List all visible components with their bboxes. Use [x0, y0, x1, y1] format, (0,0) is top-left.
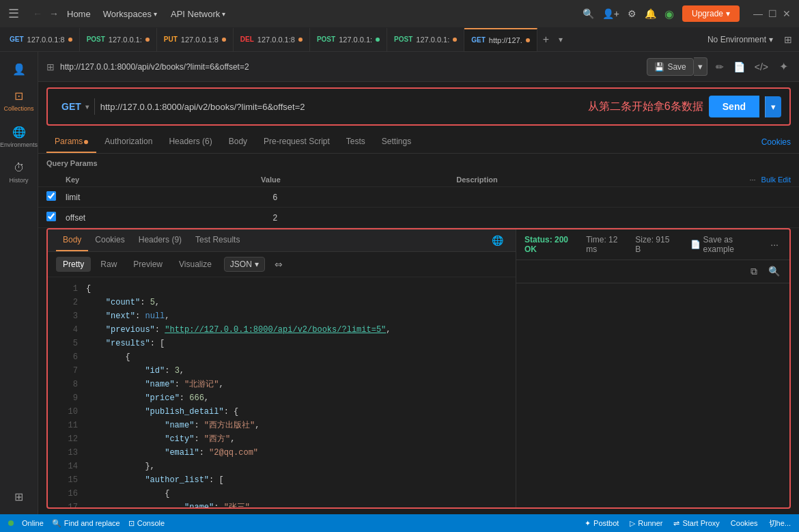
- fmt-tab-preview[interactable]: Preview: [126, 257, 169, 272]
- param-checkbox-1[interactable]: [46, 212, 56, 221]
- tab-method-5: POST: [394, 36, 412, 43]
- send-dropdown-button[interactable]: ▾: [765, 96, 781, 117]
- method-chevron: ▾: [85, 103, 89, 111]
- search-resp-button[interactable]: 🔍: [764, 263, 784, 280]
- fmt-tab-visualize[interactable]: Visualize: [172, 257, 219, 272]
- sidebar-item-collections[interactable]: ⊡ Collections: [2, 84, 36, 117]
- status-200: Status: 200 OK: [524, 235, 578, 254]
- workspaces-chevron: ▾: [154, 10, 157, 18]
- wrap-icon[interactable]: ⇔: [270, 256, 287, 272]
- edit-icon[interactable]: ✏: [713, 59, 727, 75]
- param-val-0[interactable]: 6: [272, 193, 479, 202]
- search-icon[interactable]: 🔍: [583, 8, 594, 19]
- avatar-icon[interactable]: ◉: [664, 8, 674, 20]
- sidebar-item-grid[interactable]: ⊞: [2, 485, 36, 509]
- param-val-1[interactable]: 2: [272, 213, 479, 223]
- resp-tab-test-results[interactable]: Test Results: [188, 229, 247, 251]
- bulk-edit-button[interactable]: Bulk Edit: [761, 176, 791, 184]
- tab-settings[interactable]: Settings: [374, 131, 419, 153]
- back-arrow[interactable]: ←: [30, 7, 45, 20]
- minimize-button[interactable]: —: [753, 8, 763, 19]
- param-row-1: offset 2: [38, 208, 799, 228]
- tab-method-4: POST: [317, 36, 335, 43]
- param-checkbox-0[interactable]: [46, 191, 56, 201]
- tab-params[interactable]: Params: [46, 131, 96, 153]
- grid-view-icon[interactable]: ⊞: [780, 34, 796, 45]
- document-icon[interactable]: 📄: [731, 59, 748, 75]
- resp-tab-headers[interactable]: Headers (9): [132, 229, 188, 251]
- tab-1[interactable]: POST 127.0.0.1:: [80, 28, 157, 51]
- code-line-13: 13 "email": "2@qq.com": [48, 447, 516, 460]
- tab-0[interactable]: GET 127.0.0.1:8: [3, 28, 80, 51]
- tab-body[interactable]: Body: [221, 131, 255, 153]
- url-hint: 从第二条开始拿6条数据: [588, 100, 703, 114]
- tab-5[interactable]: POST 127.0.0.1:: [387, 28, 464, 51]
- runner-button[interactable]: ▷ Runner: [630, 518, 662, 529]
- fmt-tab-pretty[interactable]: Pretty: [56, 257, 91, 272]
- method-label: GET: [61, 101, 81, 112]
- tab-url-2: 127.0.0.1:8: [181, 36, 219, 44]
- sidebar-item-account[interactable]: 👤: [2, 57, 36, 81]
- tab-2[interactable]: PUT 127.0.0.1:8: [157, 28, 234, 51]
- maximize-button[interactable]: ☐: [768, 8, 777, 19]
- more-options-icon[interactable]: ···: [749, 176, 755, 184]
- save-dropdown-button[interactable]: ▾: [694, 57, 707, 76]
- cookies-status-button[interactable]: Cookies: [731, 518, 758, 529]
- tab-url-0: 127.0.0.1:8: [27, 36, 65, 44]
- workspaces-menu[interactable]: Workspaces ▾: [99, 8, 161, 20]
- online-status[interactable]: Online: [22, 519, 44, 527]
- save-example-button[interactable]: 📄 Save as example: [690, 235, 760, 254]
- url-input[interactable]: [100, 102, 569, 112]
- json-format-selector[interactable]: JSON ▾: [224, 257, 265, 272]
- params-active-dot: [84, 140, 88, 144]
- copy-button[interactable]: ⧉: [746, 263, 761, 280]
- notifications-icon[interactable]: 🔔: [645, 8, 656, 19]
- add-user-icon[interactable]: 👤+: [602, 8, 619, 19]
- magic-icon[interactable]: ✦: [776, 57, 791, 76]
- close-button[interactable]: ✕: [783, 8, 791, 19]
- more-options-button[interactable]: ···: [768, 239, 781, 250]
- code-icon[interactable]: </>: [752, 59, 771, 75]
- console-button[interactable]: ⊡ Console: [128, 519, 165, 528]
- param-check-1[interactable]: [46, 212, 66, 223]
- cookies-link[interactable]: Cookies: [761, 137, 791, 147]
- save-icon: 💾: [654, 62, 664, 72]
- send-button[interactable]: Send: [709, 96, 759, 117]
- tab-tests[interactable]: Tests: [338, 131, 374, 153]
- globe-icon[interactable]: 🌐: [488, 232, 507, 249]
- home-link[interactable]: Home: [67, 9, 91, 19]
- tab-6[interactable]: GET http://127.: [464, 28, 537, 51]
- upgrade-button[interactable]: Upgrade ▾: [682, 5, 740, 22]
- save-button[interactable]: 💾 Save: [647, 58, 693, 76]
- code-line-14: 14 },: [48, 460, 516, 474]
- tab-authorization[interactable]: Authorization: [96, 131, 160, 153]
- param-key-1[interactable]: offset: [66, 213, 272, 223]
- tab-4[interactable]: POST 127.0.0.1:: [310, 28, 387, 51]
- sidebar-item-history[interactable]: ⏱ History: [2, 156, 36, 189]
- sidebar-item-environments[interactable]: 🌐 Environments: [2, 120, 36, 154]
- resp-tab-body[interactable]: Body: [56, 229, 88, 251]
- tab-3[interactable]: DEL 127.0.0.1:8: [234, 28, 310, 51]
- environment-selector[interactable]: No Environment ▾: [701, 35, 780, 44]
- param-key-0[interactable]: limit: [66, 193, 272, 202]
- resp-tab-cookies[interactable]: Cookies: [88, 229, 131, 251]
- tab-headers[interactable]: Headers (6): [160, 131, 220, 153]
- tabs-overflow-button[interactable]: ▾: [555, 28, 567, 51]
- forward-arrow[interactable]: →: [46, 7, 61, 20]
- menu-icon[interactable]: ☰: [8, 6, 19, 21]
- fmt-tab-raw[interactable]: Raw: [94, 257, 124, 272]
- response-body-empty: [516, 283, 789, 507]
- request-tabs: GET 127.0.0.1:8 POST 127.0.0.1: PUT 127.…: [0, 27, 799, 52]
- postbot-button[interactable]: ✦ Postbot: [585, 518, 619, 529]
- tab-pre-request[interactable]: Pre-request Script: [255, 131, 338, 153]
- settings-icon[interactable]: ⚙: [628, 8, 636, 19]
- param-check-0[interactable]: [46, 191, 66, 203]
- method-selector[interactable]: GET ▾: [56, 98, 95, 115]
- code-line-4: 4 "previous": "http://127.0.0.1:8000/api…: [48, 324, 516, 337]
- code-line-2: 2 "count": 5,: [48, 296, 516, 310]
- find-replace-button[interactable]: 🔍 Find and replace: [52, 519, 120, 528]
- start-proxy-button[interactable]: ⇌ Start Proxy: [673, 518, 719, 529]
- api-network-menu[interactable]: API Network ▾: [167, 8, 229, 20]
- new-tab-button[interactable]: +: [537, 28, 555, 51]
- key-col-header: Key: [66, 176, 261, 184]
